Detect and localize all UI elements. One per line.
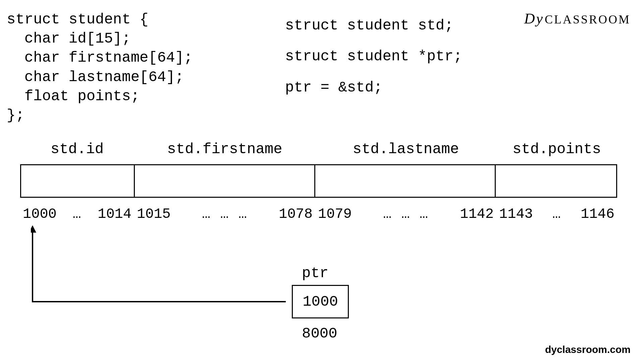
address-range-lastname: 1079 … … … 1142	[315, 206, 496, 222]
field-label-points: std.points	[496, 141, 617, 158]
addr-ln-start: 1079	[318, 206, 352, 222]
svg-marker-0	[31, 225, 36, 233]
addr-id-end: 1014	[98, 206, 131, 222]
struct-field-labels: std.id std.firstname std.lastname std.po…	[20, 141, 617, 158]
addr-pts-end: 1146	[581, 206, 614, 222]
struct-usage-code: struct student std; struct student *ptr;…	[285, 10, 462, 103]
pointer-address: 8000	[302, 325, 337, 342]
addr-ln-end: 1142	[460, 206, 494, 222]
addr-pts-dots: …	[552, 206, 561, 222]
memory-cell-firstname	[135, 165, 315, 197]
address-range-points: 1143 … 1146	[496, 206, 617, 222]
logo-text: CLASSROOM	[545, 13, 631, 26]
logo-dy-icon: Dy	[524, 10, 544, 27]
addr-fn-start: 1015	[137, 206, 171, 222]
struct-definition-code: struct student { char id[15]; char first…	[7, 10, 193, 125]
field-label-firstname: std.firstname	[134, 141, 315, 158]
memory-cell-points	[496, 165, 616, 197]
memory-layout	[20, 164, 617, 198]
brand-logo: DyCLASSROOM	[524, 10, 631, 27]
memory-cell-lastname	[315, 165, 496, 197]
pointer-value-box: 1000	[292, 285, 349, 318]
addr-ln-dots: … … …	[383, 206, 429, 222]
address-range-id: 1000 … 1014	[20, 206, 134, 222]
memory-cell-id	[21, 165, 135, 197]
addr-id-dots: …	[72, 206, 82, 222]
footer-url: dyclassroom.com	[545, 344, 631, 355]
field-label-lastname: std.lastname	[315, 141, 496, 158]
addr-id-start: 1000	[23, 206, 57, 222]
addr-pts-start: 1143	[499, 206, 533, 222]
pointer-arrow-icon	[31, 225, 286, 303]
address-labels: 1000 … 1014 1015 … … … 1078 1079 … … … 1…	[20, 206, 617, 222]
field-label-id: std.id	[20, 141, 134, 158]
addr-fn-dots: … … …	[202, 206, 248, 222]
address-range-firstname: 1015 … … … 1078	[134, 206, 315, 222]
pointer-label: ptr	[302, 265, 328, 282]
addr-fn-end: 1078	[279, 206, 313, 222]
